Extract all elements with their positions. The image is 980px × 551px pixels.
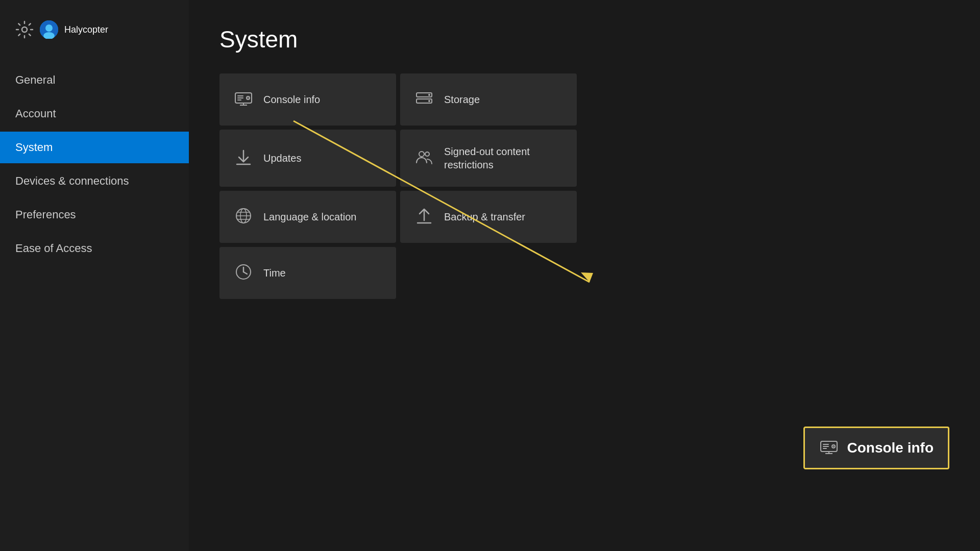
- sidebar-item-preferences[interactable]: Preferences: [0, 199, 189, 231]
- sidebar: Halycopter General Account System Device…: [0, 0, 189, 551]
- grid-label-storage: Storage: [444, 93, 480, 106]
- grid-item-storage[interactable]: Storage: [400, 73, 577, 126]
- sidebar-item-general[interactable]: General: [0, 64, 189, 96]
- sidebar-item-devices[interactable]: Devices & connections: [0, 165, 189, 197]
- gear-icon: [15, 20, 34, 39]
- callout-console-settings-icon: [819, 437, 839, 459]
- storage-icon: [414, 89, 434, 110]
- download-icon: [234, 147, 253, 169]
- svg-point-21: [425, 152, 429, 156]
- grid-item-language[interactable]: Language & location: [219, 191, 396, 243]
- settings-grid: Console info Storage: [219, 73, 577, 299]
- grid-label-updates: Updates: [263, 152, 302, 165]
- people-icon: [414, 147, 434, 169]
- sidebar-nav: General Account System Devices & connect…: [0, 64, 189, 264]
- clock-icon: [234, 262, 253, 284]
- main-content: System Console info: [189, 0, 980, 551]
- sidebar-username: Halycopter: [64, 24, 108, 35]
- callout-container: Console info: [803, 427, 949, 469]
- upload-icon: [414, 206, 434, 228]
- grid-label-time: Time: [263, 266, 286, 280]
- svg-point-2: [22, 27, 27, 32]
- grid-label-console-info: Console info: [263, 93, 320, 106]
- svg-point-16: [428, 94, 430, 96]
- sidebar-header: Halycopter: [0, 20, 189, 64]
- grid-item-time[interactable]: Time: [219, 247, 396, 299]
- svg-point-35: [833, 446, 834, 447]
- callout-box: Console info: [803, 427, 949, 469]
- sidebar-item-ease-of-access[interactable]: Ease of Access: [0, 233, 189, 264]
- svg-point-4: [45, 24, 53, 32]
- grid-label-backup: Backup & transfer: [444, 210, 525, 223]
- page-title: System: [219, 26, 949, 53]
- callout-label: Console info: [847, 440, 934, 456]
- grid-item-console-info[interactable]: Console info: [219, 73, 396, 126]
- grid-item-backup[interactable]: Backup & transfer: [400, 191, 577, 243]
- grid-item-signed-out[interactable]: Signed-out content restrictions: [400, 130, 577, 187]
- sidebar-item-system[interactable]: System: [0, 132, 189, 163]
- svg-point-20: [419, 152, 424, 157]
- avatar: [40, 20, 58, 39]
- svg-point-17: [428, 100, 430, 102]
- grid-label-language: Language & location: [263, 210, 356, 223]
- sidebar-item-account[interactable]: Account: [0, 98, 189, 130]
- grid-item-updates[interactable]: Updates: [219, 130, 396, 187]
- globe-icon: [234, 206, 253, 228]
- console-settings-icon: [234, 89, 253, 110]
- grid-label-signed-out: Signed-out content restrictions: [444, 145, 562, 171]
- svg-point-8: [248, 97, 249, 98]
- svg-line-32: [243, 272, 247, 274]
